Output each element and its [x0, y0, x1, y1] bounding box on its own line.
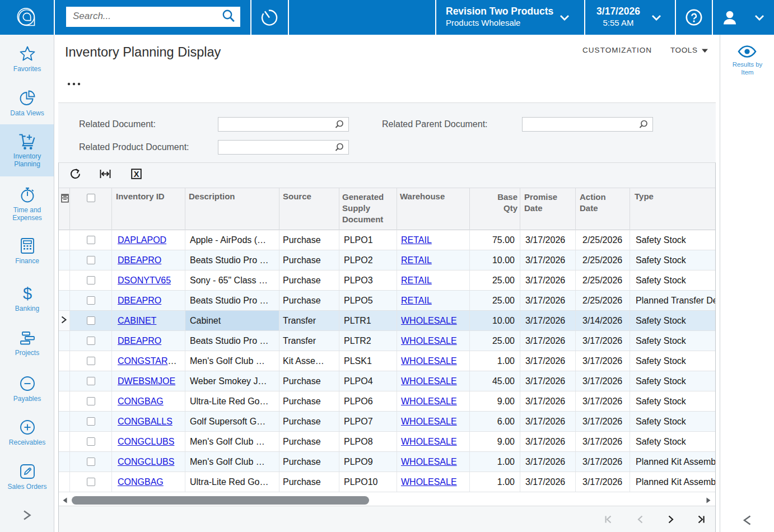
svg-text:$: $	[22, 285, 31, 302]
svg-text:X: X	[134, 170, 139, 179]
